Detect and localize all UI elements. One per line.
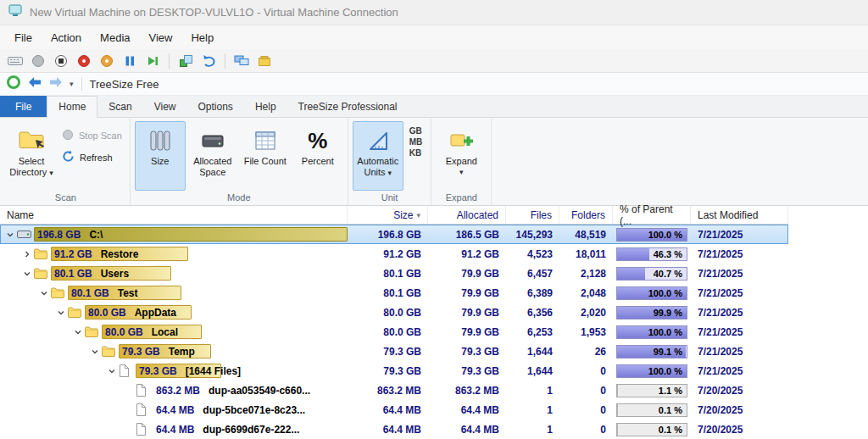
item-size-label: 863.2 MB (156, 385, 200, 397)
percent-bar: 99.1 % (616, 345, 687, 358)
allocated-cell: 79.9 GB (428, 322, 506, 342)
chevron-down-icon[interactable] (54, 308, 68, 317)
column-header-last-modified[interactable]: Last Modified (691, 206, 788, 224)
chevron-down-icon[interactable] (3, 231, 17, 239)
save-icon[interactable] (98, 53, 115, 69)
column-header-files[interactable]: Files (506, 206, 559, 224)
table-row[interactable]: 196.8 GBC:\196.8 GB186.5 GB145,29348,519… (0, 225, 788, 244)
ribbon: Select Directory ▾ Stop Scan Refresh Sca… (0, 118, 868, 206)
column-header-name[interactable]: Name (0, 206, 348, 224)
percent-label: 100.0 % (648, 230, 687, 240)
toolbar-separator (81, 77, 82, 91)
item-name: Users (101, 268, 129, 280)
percent-bar: 100.0 % (616, 325, 687, 339)
allocated-cell: 186.5 GB (428, 225, 506, 244)
modified-cell: 7/21/2025 (691, 322, 788, 342)
refresh-label: Refresh (80, 153, 113, 163)
forward-icon[interactable] (48, 76, 64, 92)
table-row[interactable]: 80.0 GBLocal80.0 GB79.9 GB6,2531,953100.… (0, 322, 788, 342)
percent-bar: 100.0 % (616, 286, 687, 300)
refresh-button[interactable]: Refresh (58, 148, 125, 166)
start-icon[interactable] (30, 53, 47, 69)
select-directory-button[interactable]: Select Directory ▾ (6, 121, 57, 191)
sort-caret-icon: ▾ (416, 211, 420, 220)
item-name: Local (152, 326, 178, 338)
allocated-cell: 79.3 GB (428, 361, 506, 381)
chevron-right-icon[interactable] (20, 250, 34, 258)
history-caret-icon[interactable]: ▾ (70, 80, 74, 88)
table-row[interactable]: 80.1 GBUsers80.1 GB79.9 GB6,4572,12840.7… (0, 264, 788, 283)
column-header-size[interactable]: Size▾ (348, 206, 428, 224)
automatic-units-label: Automatic Units (357, 156, 398, 177)
files-cell: 6,253 (506, 322, 559, 342)
file-count-button[interactable]: File Count (240, 121, 291, 191)
expand-button[interactable]: Expand ▾ (436, 121, 487, 191)
automatic-units-button[interactable]: Automatic Units ▾ (353, 121, 403, 191)
menu-media[interactable]: Media (91, 28, 139, 47)
percent-cell: 100.0 % (613, 225, 691, 244)
table-row[interactable]: 80.1 GBTest80.1 GB79.9 GB6,3892,048100.0… (0, 283, 788, 303)
share-icon[interactable] (256, 53, 273, 69)
folder-icon (34, 248, 51, 259)
expand-group-label: Expand (431, 191, 491, 205)
column-header-percent-of-parent[interactable]: % of Parent (... (613, 206, 691, 224)
menu-file[interactable]: File (5, 28, 42, 47)
table-row[interactable]: 91.2 GBRestore91.2 GB91.2 GB4,52318,0114… (0, 244, 788, 264)
size-cell: 863.2 MB (348, 381, 428, 400)
stop-scan-button[interactable]: Stop Scan (58, 127, 125, 144)
drive-icon (17, 229, 34, 240)
allocated-space-button[interactable]: Allocated Space (187, 121, 238, 191)
column-header-allocated[interactable]: Allocated (428, 206, 506, 224)
tab-scan[interactable]: Scan (97, 96, 142, 117)
unit-gb-option[interactable]: GB (409, 126, 423, 136)
tab-treesize-professional[interactable]: TreeSize Professional (287, 96, 409, 117)
item-size-label: 196.8 GB (37, 229, 81, 241)
revert-icon[interactable] (200, 53, 217, 69)
app-title: TreeSize Free (90, 78, 159, 91)
table-row[interactable]: 79.3 GBTemp79.3 GB79.3 GB1,6442699.1 %7/… (0, 342, 788, 361)
unit-mb-option[interactable]: MB (409, 137, 423, 147)
tab-help[interactable]: Help (244, 96, 287, 117)
table-row[interactable]: 863.2 MBdup-aa053549-c660...863.2 MB863.… (0, 381, 788, 400)
pause-icon[interactable] (121, 53, 138, 69)
folders-cell: 18,011 (559, 244, 613, 264)
menu-action[interactable]: Action (42, 28, 91, 47)
percent-bar: 100.0 % (616, 364, 687, 378)
window-title: New Virtual Machine on DESKTOP-VULVL1O -… (30, 6, 398, 19)
chevron-down-icon[interactable] (20, 270, 34, 278)
select-directory-label: Select Directory (9, 156, 47, 177)
chevron-down-icon[interactable] (88, 347, 102, 356)
toolbar-separator (169, 53, 170, 69)
percent-label: 99.1 % (654, 347, 687, 357)
menu-view[interactable]: View (140, 28, 182, 47)
percent-label: 0.1 % (659, 425, 687, 435)
menu-help[interactable]: Help (181, 28, 223, 47)
column-header-folders[interactable]: Folders (559, 206, 613, 224)
table-row[interactable]: 64.4 MBdup-5bce071e-8c23...64.4 MB64.4 M… (0, 400, 788, 420)
table-row[interactable]: 64.4 MBdup-6699d67e-222...64.4 MB64.4 MB… (0, 420, 788, 439)
size-mode-button[interactable]: Size (135, 121, 186, 191)
turn-off-icon[interactable] (53, 53, 70, 69)
percent-mode-button[interactable]: % Percent (292, 121, 343, 191)
table-row[interactable]: 79.3 GB[1644 Files]79.3 GB79.3 GB1,64401… (0, 361, 788, 381)
chevron-down-icon[interactable] (37, 289, 51, 297)
shut-down-icon[interactable] (75, 53, 92, 69)
tab-view[interactable]: View (143, 96, 187, 117)
enhanced-session-icon[interactable] (233, 53, 250, 69)
modified-cell: 7/20/2025 (691, 420, 788, 439)
tab-file[interactable]: File (0, 96, 47, 117)
table-row[interactable]: 80.0 GBAppData80.0 GB79.9 GB6,3562,02099… (0, 303, 788, 322)
tree-body: 196.8 GBC:\196.8 GB186.5 GB145,29348,519… (0, 225, 788, 439)
checkpoint-icon[interactable] (177, 53, 194, 69)
file-icon (136, 403, 153, 416)
chevron-down-icon[interactable] (105, 367, 119, 375)
tab-home[interactable]: Home (47, 96, 97, 118)
item-size-label: 80.1 GB (71, 287, 109, 299)
chevron-down-icon[interactable] (71, 328, 85, 336)
ctrl-alt-delete-icon[interactable] (7, 53, 24, 69)
back-icon[interactable] (27, 76, 42, 92)
reset-icon[interactable] (144, 53, 161, 69)
name-cell: 196.8 GBC:\ (0, 225, 348, 244)
unit-kb-option[interactable]: KB (409, 148, 423, 158)
tab-options[interactable]: Options (187, 96, 244, 117)
